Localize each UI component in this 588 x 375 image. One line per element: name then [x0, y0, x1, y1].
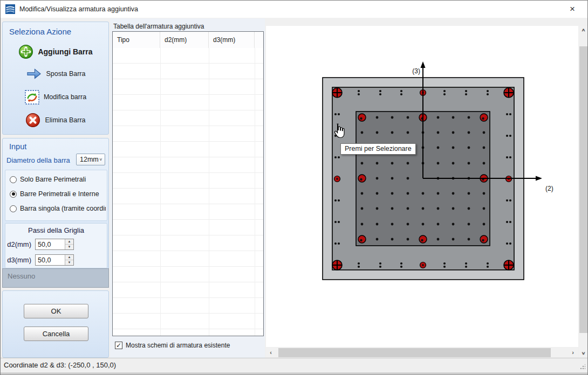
diameter-label: Diametro della barra: [6, 156, 70, 164]
delete-bar-button[interactable]: Elimina Barra: [3, 112, 108, 128]
window-title: Modifica/Visualizza armatura aggiuntiva: [19, 5, 138, 13]
add-bar-icon: [18, 44, 33, 59]
diameter-value: 12mm: [80, 156, 99, 163]
scroll-up-icon[interactable]: ∧: [579, 27, 587, 33]
delete-bar-icon: [25, 113, 40, 128]
checkbox-icon[interactable]: ✓: [115, 342, 122, 349]
radio-label: Solo Barre Perimetrali: [20, 176, 86, 183]
d2-label: d2(mm): [5, 240, 31, 248]
chevron-down-icon: ∨: [99, 157, 102, 162]
app-icon: [5, 4, 15, 14]
radio-icon: [10, 205, 17, 212]
none-field: Nessuno: [2, 268, 109, 288]
axis-3-label: (3): [412, 67, 420, 75]
d3-spin-buttons[interactable]: ▲ ▼: [65, 255, 73, 265]
radio-icon: [10, 191, 17, 198]
hand-cursor-icon: [331, 123, 346, 140]
actions-section-title: Seleziona Azione: [9, 27, 108, 36]
add-bar-label: Aggiungi Barra: [38, 47, 92, 56]
grid-step-group: Passi della Griglia d2(mm) 50,0 ▲ ▼ d3(m…: [5, 223, 107, 268]
status-bar: Coordinate d2 & d3: (-250,0 , 150,0): [1, 358, 587, 373]
d2-spin-buttons[interactable]: ▲ ▼: [65, 239, 73, 249]
move-bar-icon: [26, 67, 42, 80]
show-existing-label: Mostra schemi di armatura esistente: [126, 342, 230, 349]
d3-value: 50,0: [36, 255, 65, 265]
bar-mode-group: Solo Barre Perimetrali Barre Perimetrali…: [5, 170, 107, 221]
horizontal-scroll-thumb[interactable]: [278, 348, 551, 357]
buttons-section: OK Cancella: [2, 290, 109, 358]
move-bar-button[interactable]: Sposta Barra: [3, 67, 108, 81]
radio-label: Barra singola (tramite coordinate: [20, 205, 106, 212]
d2-value: 50,0: [36, 239, 65, 249]
edit-bar-icon: [25, 90, 39, 105]
col-header-d3[interactable]: d3(mm): [209, 32, 255, 48]
radio-perimeter-only[interactable]: Solo Barre Perimetrali: [10, 176, 106, 183]
grid-step-title: Passi della Griglia: [5, 226, 107, 234]
resize-grip-icon[interactable]: [580, 364, 585, 370]
radio-icon: [10, 176, 17, 183]
input-section-title: Input: [9, 142, 108, 151]
radio-label: Barre Perimetrali e Interne: [20, 190, 99, 198]
close-icon[interactable]: ×: [565, 3, 580, 15]
ok-button[interactable]: OK: [24, 304, 88, 318]
title-bar: Modifica/Visualizza armatura aggiuntiva …: [1, 1, 587, 18]
axis-2-label: (2): [545, 185, 553, 192]
scroll-right-icon[interactable]: ›: [568, 348, 578, 357]
section-drawing: (3) (2): [266, 26, 578, 347]
horizontal-scrollbar[interactable]: ‹ ›: [266, 348, 578, 357]
table-header: Tipo d2(mm) d3(mm): [113, 32, 263, 48]
tooltip: Premi per Selezionare: [340, 143, 416, 155]
scroll-left-icon[interactable]: ‹: [266, 348, 276, 357]
col-header-d2[interactable]: d2(mm): [160, 32, 209, 48]
spin-down-icon[interactable]: ▼: [65, 260, 73, 265]
input-section: Input Diametro della barra 12mm ∨ Solo B…: [2, 138, 109, 270]
canvas-region: (3) (2) Premi per Selezionare ‹ › ∧ ∨: [265, 18, 587, 358]
edit-bar-button[interactable]: Modifica barra: [3, 89, 108, 105]
section-canvas[interactable]: (3) (2) Premi per Selezionare: [266, 26, 578, 347]
d2-stepper[interactable]: 50,0 ▲ ▼: [35, 239, 74, 250]
spin-up-icon[interactable]: ▲: [65, 239, 73, 245]
d3-label: d3(mm): [5, 256, 31, 264]
spin-down-icon[interactable]: ▼: [65, 245, 73, 249]
sidebar: Seleziona Azione Aggiungi Barra S: [2, 18, 110, 358]
d3-stepper[interactable]: 50,0 ▲ ▼: [35, 254, 74, 266]
d2-step-row: d2(mm) 50,0 ▲ ▼: [5, 239, 74, 250]
cancel-button[interactable]: Cancella: [24, 327, 88, 341]
table-title: Tabella dell'armatura aggiuntiva: [113, 23, 204, 30]
move-bar-label: Sposta Barra: [46, 70, 86, 78]
coordinates-readout: Coordinate d2 & d3: (-250,0 , 150,0): [4, 361, 116, 369]
delete-bar-label: Elimina Barra: [45, 116, 85, 124]
drawing-layer: [323, 61, 542, 280]
radio-single-bar[interactable]: Barra singola (tramite coordinate: [10, 205, 106, 212]
add-bar-button[interactable]: Aggiungi Barra: [3, 44, 108, 60]
dialog-window: Modifica/Visualizza armatura aggiuntiva …: [0, 0, 588, 375]
radio-perimeter-internal[interactable]: Barre Perimetrali e Interne: [10, 190, 106, 198]
vertical-scroll-thumb[interactable]: [579, 46, 587, 333]
col-header-tipo[interactable]: Tipo: [113, 32, 160, 48]
d3-step-row: d3(mm) 50,0 ▲ ▼: [5, 254, 74, 266]
edit-bar-label: Modifica barra: [44, 93, 86, 101]
scroll-down-icon[interactable]: ∨: [579, 350, 587, 356]
rebar-table[interactable]: Tipo d2(mm) d3(mm): [112, 31, 264, 336]
window-bottom-edge: [1, 373, 587, 375]
spin-up-icon[interactable]: ▲: [65, 255, 73, 260]
actions-section: Seleziona Azione Aggiungi Barra S: [2, 22, 109, 135]
table-panel: Tabella dell'armatura aggiuntiva Tipo d2…: [110, 18, 265, 358]
table-body[interactable]: [113, 48, 263, 336]
diameter-select[interactable]: 12mm ∨: [76, 154, 105, 165]
vertical-scrollbar[interactable]: ∧ ∨: [579, 26, 587, 358]
show-existing-row[interactable]: ✓ Mostra schemi di armatura esistente: [115, 342, 230, 349]
